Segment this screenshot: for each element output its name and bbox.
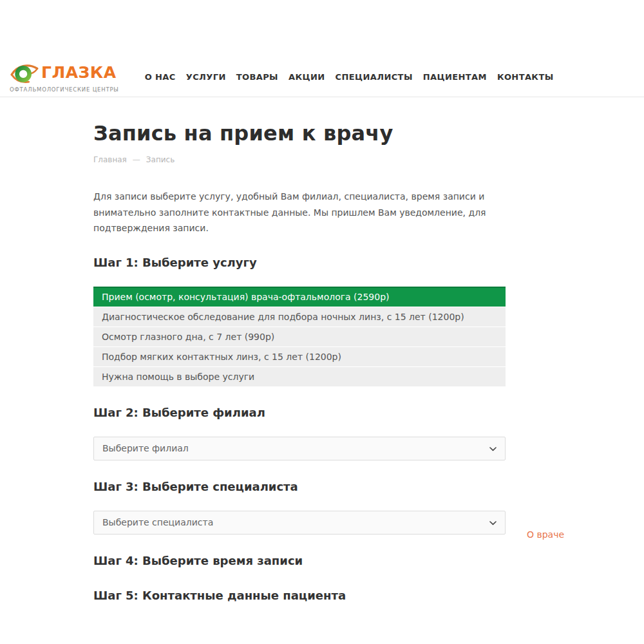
- service-option[interactable]: Прием (осмотр, консультация) врача-офтал…: [93, 287, 506, 307]
- nav-item-products[interactable]: ТОВАРЫ: [236, 72, 278, 82]
- intro-text: Для записи выберите услугу, удобный Вам …: [93, 189, 506, 236]
- service-option[interactable]: Диагностическое обследование для подбора…: [93, 307, 506, 327]
- site-header: ГЛАЗКА ОФТАЛЬМОЛОГИЧЕСКИЕ ЦЕНТРЫ О НАС У…: [0, 57, 644, 97]
- step5-heading: Шаг 5: Контактные данные пациента: [93, 589, 506, 602]
- top-whitespace: [0, 0, 644, 57]
- service-list: Прием (осмотр, консультация) врача-офтал…: [93, 287, 506, 386]
- breadcrumb-home[interactable]: Главная: [93, 155, 127, 164]
- step4-heading: Шаг 4: Выберите время записи: [93, 554, 506, 567]
- service-option[interactable]: Подбор мягких контактных линз, с 15 лет …: [93, 347, 506, 366]
- logo-tagline: ОФТАЛЬМОЛОГИЧЕСКИЕ ЦЕНТРЫ: [10, 86, 119, 93]
- service-option[interactable]: Осмотр глазного дна, с 7 лет (990р): [93, 327, 506, 346]
- chevron-down-icon: [489, 443, 497, 453]
- chevron-down-icon: [489, 517, 497, 527]
- step3-heading: Шаг 3: Выберите специалиста: [93, 480, 506, 493]
- main-nav: О НАС УСЛУГИ ТОВАРЫ АКЦИИ СПЕЦИАЛИСТЫ ПА…: [145, 72, 554, 82]
- nav-item-services[interactable]: УСЛУГИ: [186, 72, 226, 82]
- page-title: Запись на прием к врачу: [93, 121, 506, 146]
- service-option[interactable]: Нужна помощь в выборе услуги: [93, 367, 506, 386]
- specialist-select-value: Выберите специалиста: [102, 517, 213, 527]
- nav-item-contacts[interactable]: КОНТАКТЫ: [497, 72, 554, 82]
- step2-heading: Шаг 2: Выберите филиал: [93, 406, 506, 419]
- breadcrumb-separator: —: [133, 155, 140, 164]
- specialist-select[interactable]: Выберите специалиста: [93, 511, 506, 535]
- branch-select-value: Выберите филиал: [102, 443, 189, 453]
- logo-title: ГЛАЗКА: [41, 64, 117, 80]
- nav-item-specialists[interactable]: СПЕЦИАЛИСТЫ: [336, 72, 413, 82]
- breadcrumb-current: Запись: [146, 155, 175, 164]
- doctor-info-link[interactable]: О враче: [527, 529, 564, 540]
- nav-item-about[interactable]: О НАС: [145, 72, 176, 82]
- branch-select[interactable]: Выберите филиал: [93, 437, 506, 460]
- nav-item-patients[interactable]: ПАЦИЕНТАМ: [423, 72, 487, 82]
- specialist-select-wrap: Выберите специалиста О враче: [93, 511, 506, 535]
- step1-heading: Шаг 1: Выберите услугу: [93, 256, 506, 269]
- nav-item-promotions[interactable]: АКЦИИ: [289, 72, 325, 82]
- main-content: Запись на прием к врачу Главная—Запись Д…: [93, 121, 506, 602]
- logo[interactable]: ГЛАЗКА ОФТАЛЬМОЛОГИЧЕСКИЕ ЦЕНТРЫ: [10, 61, 119, 93]
- eye-logo-icon: [10, 61, 39, 84]
- breadcrumb: Главная—Запись: [93, 155, 506, 164]
